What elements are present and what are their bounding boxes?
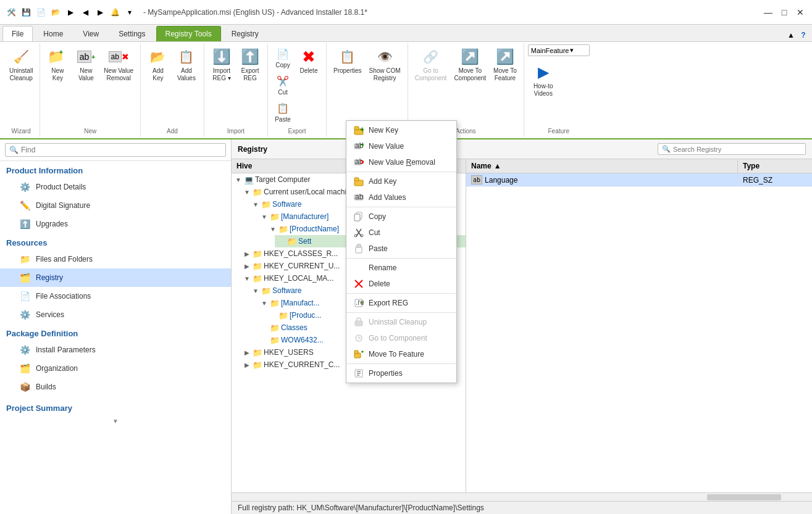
ctx-copy-label: Copy: [369, 212, 386, 221]
new-value-icon: ab+: [76, 47, 96, 67]
sidebar-item-product-details[interactable]: ⚙️ Product Details: [0, 178, 231, 196]
ctx-add-values[interactable]: ab Add Values: [346, 189, 456, 205]
horizontal-scrollbar[interactable]: [232, 492, 812, 501]
tab-registry[interactable]: Registry: [222, 26, 268, 41]
tree-expand-software[interactable]: ▼: [251, 200, 260, 209]
tree-expand-wow6432[interactable]: [260, 336, 269, 344]
product-details-icon: ⚙️: [19, 181, 31, 193]
import-reg-label: ImportREG ▾: [212, 67, 230, 82]
tree-icon-software: 📁: [261, 199, 271, 209]
sidebar-item-upgrades[interactable]: ⬆️ Upgrades: [0, 215, 231, 233]
values-row-language[interactable]: ab Language REG_SZ: [466, 173, 812, 187]
sidebar-item-install-parameters[interactable]: ⚙️ Install Parameters: [0, 341, 231, 359]
tree-expand-hkey-users[interactable]: ▶: [243, 348, 251, 357]
ctx-new-value[interactable]: ab+ New Value: [346, 138, 456, 154]
go-to-component-btn[interactable]: 🔗 Go toComponent: [412, 44, 450, 85]
notification-icon[interactable]: 🔔: [109, 6, 121, 19]
new-icon[interactable]: 📄: [35, 6, 47, 19]
forward-icon[interactable]: ▶: [94, 6, 106, 19]
dropdown-arrow[interactable]: ▾: [123, 6, 136, 19]
export-reg-btn[interactable]: ⬆️ ExportREG: [236, 44, 264, 85]
copy-btn[interactable]: 📄 Copy: [272, 44, 294, 71]
ribbon-group-options-content: 📋 Properties 👁️ Show COMRegistry: [330, 44, 404, 125]
ctx-copy[interactable]: Copy: [346, 209, 456, 225]
tree-expand-productname2[interactable]: [269, 311, 277, 320]
new-value-removal-btn[interactable]: ab✖ New ValueRemoval: [101, 44, 136, 85]
ctx-new-key[interactable]: + New Key: [346, 122, 456, 138]
ctx-move-to-feature-icon: [354, 349, 364, 359]
delete-btn[interactable]: ✖ Delete: [295, 44, 322, 77]
tab-settings[interactable]: Settings: [109, 26, 154, 41]
uninstall-cleanup-icon: 🧹: [11, 47, 31, 67]
scrollbar-thumb[interactable]: [707, 494, 781, 500]
tree-expand-classes[interactable]: [260, 323, 269, 332]
sidebar-item-file-associations[interactable]: 📄 File Associations: [0, 287, 231, 305]
cut-btn[interactable]: ✂️ Cut: [272, 72, 294, 98]
add-values-btn[interactable]: 📋 AddValues: [173, 44, 200, 85]
tree-expand-current-user[interactable]: ▼: [243, 188, 251, 196]
values-col-name[interactable]: Name ▲: [466, 159, 738, 173]
properties-btn[interactable]: 📋 Properties: [330, 44, 365, 77]
run-icon[interactable]: ▶: [64, 6, 77, 19]
show-com-registry-btn[interactable]: 👁️ Show COMRegistry: [366, 44, 404, 85]
tree-expand-hkey-current-config[interactable]: ▶: [243, 360, 251, 369]
tab-home[interactable]: Home: [34, 26, 72, 41]
new-key-btn[interactable]: 📁+ NewKey: [44, 44, 71, 85]
open-icon[interactable]: 📂: [49, 6, 62, 19]
ribbon-group-new-content: 📁+ NewKey ab+ NewValue ab✖ New ValueRemo…: [44, 44, 136, 125]
values-col-name-label: Name: [471, 162, 492, 170]
ctx-sep6: [346, 363, 456, 364]
tree-expand-settings[interactable]: [277, 237, 286, 246]
registry-search-input[interactable]: [673, 146, 802, 153]
ctx-move-to-feature[interactable]: Move To Feature: [346, 346, 456, 362]
ctx-rename[interactable]: Rename: [346, 260, 456, 276]
tree-expand-target-computer[interactable]: ▼: [234, 175, 243, 184]
tab-file[interactable]: File: [2, 26, 33, 41]
ctx-properties[interactable]: Properties: [346, 365, 456, 381]
add-key-btn[interactable]: 📂 AddKey: [144, 44, 172, 85]
sidebar-item-registry[interactable]: 🗂️ Registry: [0, 268, 231, 287]
help-icon[interactable]: ?: [797, 29, 810, 41]
tab-view[interactable]: View: [73, 26, 108, 41]
save-icon[interactable]: 💾: [20, 6, 32, 19]
paste-btn[interactable]: 📋 Paste: [272, 99, 294, 125]
collapse-icon[interactable]: ▲: [785, 29, 797, 41]
import-reg-btn[interactable]: ⬇️ ImportREG ▾: [208, 44, 235, 85]
sidebar-item-builds[interactable]: 📦 Builds: [0, 378, 231, 396]
tree-icon-wow6432: 📁: [270, 335, 280, 345]
tree-expand-manufacturer[interactable]: ▼: [260, 212, 269, 221]
minimize-btn[interactable]: —: [761, 6, 775, 19]
tree-expand-software2[interactable]: ▼: [251, 286, 260, 295]
tree-expand-hkey-current-user[interactable]: ▶: [243, 262, 251, 270]
tree-expand-hkey-classes[interactable]: ▶: [243, 249, 251, 258]
ctx-delete[interactable]: Delete: [346, 276, 456, 292]
move-to-component-btn[interactable]: ↗️ Move ToComponent: [451, 44, 489, 85]
ctx-paste[interactable]: Paste: [346, 241, 456, 257]
uninstall-cleanup-btn[interactable]: 🧹 UninstallCleanup: [6, 44, 36, 85]
ctx-add-key[interactable]: Add Key: [346, 173, 456, 189]
sidebar-item-digital-signature[interactable]: ✏️ Digital Signature: [0, 196, 231, 215]
tree-expand-manufacturer2[interactable]: ▼: [260, 299, 269, 307]
move-to-feature-btn[interactable]: ↗️ Move ToFeature: [490, 44, 520, 85]
search-input[interactable]: [21, 146, 222, 154]
tab-registry-tools[interactable]: Registry Tools: [156, 26, 221, 41]
tree-expand-hkey-local-machine[interactable]: ▼: [243, 274, 251, 283]
how-to-videos-btn[interactable]: ▶ How-toVideos: [528, 60, 559, 100]
sidebar-item-files-and-folders[interactable]: 📁 Files and Folders: [0, 250, 231, 268]
tree-label-hkey-current-config: HKEY_CURRENT_C...: [264, 360, 340, 369]
feature-dropdown[interactable]: MainFeature ▾: [528, 44, 590, 56]
ctx-cut[interactable]: Cut: [346, 225, 456, 241]
go-to-component-label: Go toComponent: [415, 67, 447, 82]
new-key-label: NewKey: [51, 67, 64, 82]
ctx-new-value-removal[interactable]: ab× New Value Removal: [346, 154, 456, 170]
ctx-export-reg[interactable]: .reg Export REG: [346, 295, 456, 311]
tree-expand-productname[interactable]: ▼: [269, 225, 277, 233]
new-value-btn[interactable]: ab+ NewValue: [72, 44, 99, 85]
sidebar-item-organization[interactable]: 🗂️ Organization: [0, 359, 231, 378]
maximize-btn[interactable]: □: [777, 6, 791, 19]
close-btn[interactable]: ✕: [793, 6, 807, 19]
back-icon[interactable]: ◀: [79, 6, 91, 19]
builds-icon: 📦: [19, 381, 31, 393]
values-col-type[interactable]: Type: [738, 159, 812, 173]
sidebar-item-services[interactable]: ⚙️ Services: [0, 305, 231, 324]
